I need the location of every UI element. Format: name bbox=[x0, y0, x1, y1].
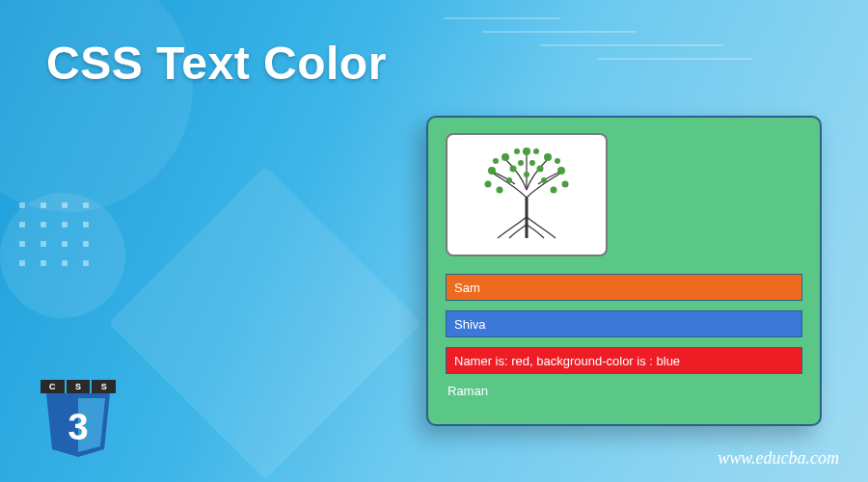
text-bar-orange: Sam bbox=[446, 274, 802, 301]
svg-point-2 bbox=[502, 153, 509, 161]
svg-point-3 bbox=[544, 153, 552, 161]
svg-point-0 bbox=[488, 167, 496, 174]
deco-speed-lines bbox=[424, 0, 772, 77]
css3-logo-tabs: C S S bbox=[41, 380, 116, 393]
bar-label: Namer is: red, background-color is : blu… bbox=[454, 354, 680, 368]
svg-point-5 bbox=[485, 181, 492, 188]
tree-icon bbox=[469, 142, 584, 248]
deco-diamond bbox=[108, 166, 421, 479]
svg-point-16 bbox=[493, 158, 499, 164]
svg-point-13 bbox=[506, 177, 512, 183]
example-panel: Sam Shiva Namer is: red, background-colo… bbox=[426, 116, 822, 426]
svg-point-10 bbox=[551, 187, 557, 194]
tree-image-card bbox=[446, 133, 608, 256]
svg-point-6 bbox=[562, 181, 569, 188]
text-bar-red: Namer is: red, background-color is : blu… bbox=[446, 347, 802, 374]
svg-point-17 bbox=[555, 158, 560, 164]
svg-point-11 bbox=[518, 160, 524, 166]
svg-point-14 bbox=[541, 177, 547, 183]
bar-label: Sam bbox=[454, 281, 480, 295]
svg-point-7 bbox=[510, 166, 517, 173]
svg-point-18 bbox=[514, 148, 520, 154]
svg-point-1 bbox=[557, 167, 565, 174]
deco-dot-grid bbox=[19, 202, 91, 266]
logo-letter-c: C bbox=[41, 380, 65, 393]
css3-shield-icon: 3 bbox=[41, 393, 116, 461]
svg-point-19 bbox=[533, 148, 539, 154]
css3-three: 3 bbox=[68, 407, 88, 447]
svg-point-9 bbox=[497, 187, 503, 194]
svg-point-12 bbox=[529, 160, 535, 166]
logo-letter-s: S bbox=[92, 380, 116, 393]
bar-label: Shiva bbox=[454, 317, 486, 332]
page-title: CSS Text Color bbox=[46, 37, 387, 90]
deco-circle-large bbox=[0, 0, 193, 212]
svg-point-8 bbox=[537, 166, 544, 173]
text-bar-blue: Shiva bbox=[446, 310, 802, 337]
svg-point-4 bbox=[523, 147, 530, 155]
site-url: www.educba.com bbox=[718, 448, 839, 469]
svg-point-15 bbox=[524, 172, 529, 177]
logo-letter-s: S bbox=[67, 380, 91, 393]
css3-logo: C S S 3 bbox=[41, 380, 116, 461]
slide-canvas: CSS Text Color bbox=[0, 0, 868, 482]
plain-text-row: Raman bbox=[446, 384, 802, 398]
